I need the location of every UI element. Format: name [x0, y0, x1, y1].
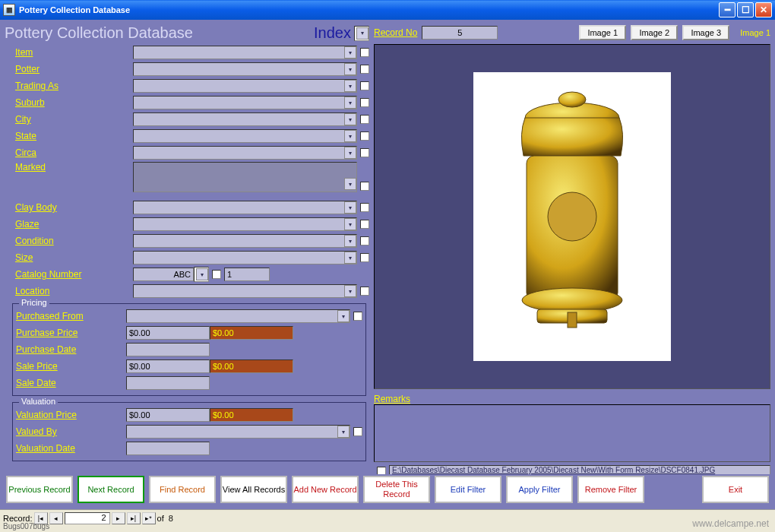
check-city[interactable]: [360, 115, 369, 124]
remarks-label: Remarks: [374, 394, 770, 404]
check-condition[interactable]: [360, 236, 369, 245]
apply-filter-button[interactable]: Apply Filter: [506, 476, 573, 503]
remove-filter-button[interactable]: Remove Filter: [577, 476, 644, 503]
saleprice-b[interactable]: $0.00: [210, 359, 293, 373]
label-saledate: Sale Date: [16, 378, 126, 388]
valuationprice-a[interactable]: $0.00: [126, 408, 210, 422]
check-tradingas[interactable]: [360, 81, 369, 90]
fields-block-1: Item▾ Potter▾ Trading As▾ Suburb▾ City▾ …: [15, 45, 369, 195]
check-valuedby[interactable]: [353, 427, 362, 436]
combo-city[interactable]: ▾: [133, 112, 357, 126]
valuationdate[interactable]: [126, 442, 210, 455]
check-marked[interactable]: [360, 182, 369, 191]
combo-item[interactable]: ▾: [133, 46, 357, 59]
combo-location[interactable]: ▾: [133, 284, 357, 298]
delete-record-button[interactable]: Delete This Record: [363, 476, 430, 503]
svg-point-3: [522, 288, 622, 312]
svg-point-5: [548, 192, 596, 241]
check-purchasedfrom[interactable]: [353, 312, 362, 321]
index-label: Index: [314, 24, 351, 42]
nav-current-input[interactable]: 2: [65, 512, 110, 524]
check-circa[interactable]: [360, 148, 369, 157]
previous-record-button[interactable]: Previous Record: [6, 476, 73, 503]
view-all-records-button[interactable]: View All Records: [220, 476, 287, 503]
check-claybody[interactable]: [360, 203, 369, 212]
combo-size[interactable]: ▾: [133, 251, 357, 264]
check-item[interactable]: [360, 48, 369, 57]
valuationprice-b[interactable]: $0.00: [210, 408, 293, 422]
valuation-title: Valuation: [19, 397, 58, 406]
combo-glaze[interactable]: ▾: [133, 217, 357, 231]
check-location[interactable]: [360, 287, 369, 296]
record-navigator: Record: |◂ ◂ 2 ▸ ▸| ▸* of 8: [0, 509, 775, 526]
label-condition: Condition: [15, 236, 133, 246]
combo-purchasedfrom[interactable]: ▾: [126, 309, 350, 323]
label-location: Location: [15, 286, 133, 296]
bottom-toolbar: Previous Record Next Record Find Record …: [5, 474, 770, 505]
label-saleprice: Sale Price: [16, 361, 126, 372]
index-combo[interactable]: ▾: [354, 26, 369, 41]
purchasedate[interactable]: [126, 343, 210, 356]
find-record-button[interactable]: Find Record: [149, 476, 216, 503]
label-purchasedate: Purchase Date: [16, 344, 126, 355]
combo-potter[interactable]: ▾: [133, 62, 357, 76]
remarks-textarea[interactable]: [374, 404, 770, 462]
page-title: Pottery Collection Database: [5, 24, 193, 42]
close-button[interactable]: ✕: [755, 2, 772, 17]
label-state: State: [15, 131, 133, 141]
label-purchaseprice: Purchase Price: [16, 328, 126, 338]
label-marked: Marked: [15, 162, 133, 173]
image3-button[interactable]: Image 3: [682, 25, 729, 40]
nav-last-button[interactable]: ▸|: [127, 512, 141, 524]
combo-circa[interactable]: ▾: [133, 146, 357, 160]
catalog-number[interactable]: 1: [224, 268, 270, 281]
saledate[interactable]: [126, 376, 210, 390]
nav-prev-button[interactable]: ◂: [49, 512, 63, 524]
combo-suburb[interactable]: ▾: [133, 96, 357, 109]
combo-tradingas[interactable]: ▾: [133, 79, 357, 93]
purchaseprice-a[interactable]: $0.00: [126, 326, 210, 340]
chevron-down-icon: ▾: [356, 27, 369, 40]
nav-next-button[interactable]: ▸: [112, 512, 125, 524]
record-label: Record:: [3, 514, 33, 523]
maximize-button[interactable]: ☐: [737, 2, 754, 17]
check-size[interactable]: [360, 253, 369, 262]
purchaseprice-b[interactable]: $0.00: [210, 326, 293, 340]
check-catalog[interactable]: [212, 270, 221, 279]
check-suburb[interactable]: [360, 98, 369, 107]
combo-condition[interactable]: ▾: [133, 234, 357, 248]
left-panel: Pottery Collection Database Index ▾ Item…: [5, 24, 369, 477]
check-glaze[interactable]: [360, 220, 369, 229]
saleprice-a[interactable]: $0.00: [126, 359, 210, 373]
combo-marked[interactable]: ▾: [133, 162, 357, 192]
image1-button[interactable]: Image 1: [579, 25, 626, 40]
fields-block-2: Clay Body▾ Glaze▾ Condition▾ Size▾ Catal…: [15, 200, 369, 300]
label-item: Item: [15, 47, 133, 58]
pricing-title: Pricing: [19, 298, 49, 307]
label-valuedby: Valued By: [16, 426, 126, 437]
image2-button[interactable]: Image 2: [631, 25, 678, 40]
label-city: City: [15, 114, 133, 125]
pottery-urn-icon: [496, 87, 648, 346]
label-purchasedfrom: Purchased From: [16, 311, 126, 321]
titlebar: ▦ Pottery Collection Database ━ ☐ ✕: [0, 0, 775, 20]
combo-claybody[interactable]: ▾: [133, 201, 357, 214]
current-image-label: Image 1: [740, 28, 770, 37]
edit-filter-button[interactable]: Edit Filter: [435, 476, 501, 503]
check-state[interactable]: [360, 131, 369, 141]
check-potter[interactable]: [360, 65, 369, 74]
combo-state[interactable]: ▾: [133, 129, 357, 143]
record-no-value[interactable]: 5: [422, 26, 498, 40]
svg-rect-6: [568, 312, 577, 328]
next-record-button[interactable]: Next Record: [78, 476, 144, 503]
combo-valuedby[interactable]: ▾: [126, 425, 350, 439]
label-claybody: Clay Body: [15, 202, 133, 213]
add-new-record-button[interactable]: Add New Record: [292, 476, 359, 503]
catalog-combo[interactable]: ▾: [194, 267, 209, 282]
minimize-button[interactable]: ━: [719, 2, 735, 17]
catalog-prefix[interactable]: ABC: [133, 268, 194, 281]
nav-new-button[interactable]: ▸*: [142, 512, 156, 524]
credit-text: Bugs007bugs: [3, 522, 49, 530]
exit-button[interactable]: Exit: [702, 476, 769, 503]
label-catalog: Catalog Number: [15, 269, 133, 280]
